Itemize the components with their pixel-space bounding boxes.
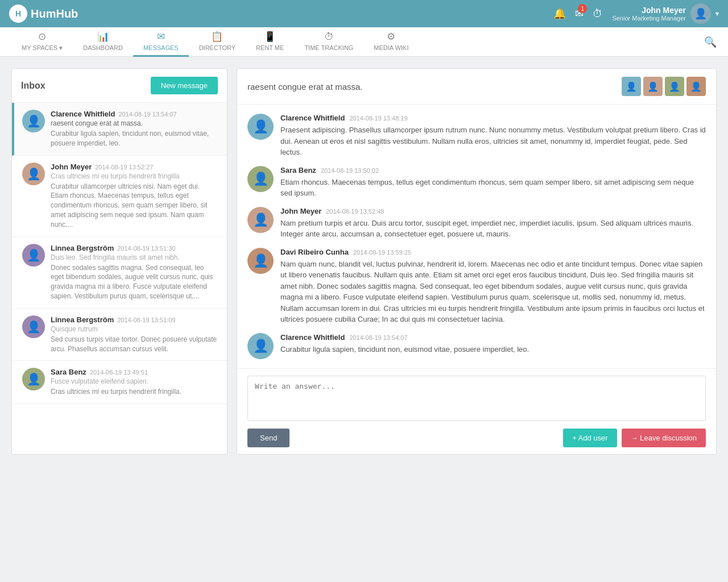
- content-area: Inbox New message 👤 Clarence Whitfield 2…: [0, 57, 728, 466]
- participant-avatar-4[interactable]: 👤: [686, 77, 706, 96]
- action-buttons: + Add user → Leave discussion: [563, 429, 706, 447]
- inbox-sender-3: Linnea Bergström: [51, 244, 114, 252]
- inbox-item-1[interactable]: 👤 Clarence Whitfield 2014-08-19 13:54:07…: [12, 103, 227, 156]
- topbar-right: 🔔 ✉ 1 ⏱ John Meyer Senior Marketing Mana…: [553, 3, 719, 24]
- inbox-text-2: Curabitur ullamcorper ultricies nisi. Na…: [51, 182, 219, 230]
- msg-text-2: Etiam rhoncus. Maecenas tempus, tellus e…: [280, 177, 706, 199]
- nav-item-media-wiki[interactable]: ⚙ MEDIA WIKI: [363, 27, 419, 57]
- search-icon[interactable]: 🔍: [704, 36, 717, 48]
- inbox-sender-5: Sara Benz: [51, 368, 86, 376]
- msg-time-1: 2014-08-19 13:48:19: [349, 115, 407, 122]
- msg-avatar-2: 👤: [247, 166, 274, 192]
- mail-badge: 1: [578, 4, 587, 13]
- inbox-header: Inbox New message: [12, 69, 227, 103]
- clock-icon[interactable]: ⏱: [593, 8, 603, 20]
- inbox-item-5[interactable]: 👤 Sara Benz 2014-08-19 13:49:51 Fusce vu…: [12, 361, 227, 404]
- nav-label-time-tracking: TIME TRACKING: [304, 44, 353, 51]
- inbox-item-header-3: Linnea Bergström 2014-08-19 13:51:30: [51, 244, 219, 252]
- conversation-footer: Send + Add user → Leave discussion: [237, 368, 716, 454]
- reply-textarea[interactable]: [247, 376, 706, 421]
- chevron-icon: ▾: [715, 10, 719, 18]
- message-item-4: 👤 Davi Ribeiro Cunha 2014-08-19 13:59:25…: [247, 248, 706, 325]
- msg-text-5: Curabitur ligula sapien, tincidunt non, …: [280, 344, 706, 355]
- bell-icon[interactable]: 🔔: [553, 7, 566, 20]
- inbox-avatar-2: 👤: [22, 163, 45, 185]
- msg-sender-2: Sara Benz: [280, 166, 316, 174]
- inbox-preview-3: Duis leo. Sed fringilla mauris sit amet …: [51, 253, 219, 261]
- inbox-time-5: 2014-08-19 13:49:51: [90, 369, 148, 376]
- msg-body-5: Clarence Whitfield 2014-08-19 13:54:07 C…: [280, 333, 706, 359]
- main-nav: ⊙ MY SPACES ▾ 📊 DASHBOARD ✉ MESSAGES 📋 D…: [0, 27, 728, 57]
- time-tracking-icon: ⏱: [324, 31, 334, 43]
- participant-avatar-1[interactable]: 👤: [622, 77, 641, 96]
- msg-header-3: John Meyer 2014-08-19 13:52:48: [280, 207, 706, 215]
- inbox-item-3[interactable]: 👤 Linnea Bergström 2014-08-19 13:51:30 D…: [12, 237, 227, 309]
- message-item-2: 👤 Sara Benz 2014-08-19 13:50:02 Etiam rh…: [247, 166, 706, 199]
- msg-sender-4: Davi Ribeiro Cunha: [280, 248, 349, 256]
- logo[interactable]: H HumHub: [9, 5, 78, 23]
- inbox-text-5: Cras ultricies mi eu turpis hendrerit fr…: [51, 387, 219, 397]
- inbox-item-header-1: Clarence Whitfield 2014-08-19 13:54:07: [51, 110, 219, 118]
- msg-header-4: Davi Ribeiro Cunha 2014-08-19 13:59:25: [280, 248, 706, 256]
- inbox-item-body-2: John Meyer 2014-08-19 13:52:27 Cras ultr…: [51, 163, 219, 230]
- inbox-item-2[interactable]: 👤 John Meyer 2014-08-19 13:52:27 Cras ul…: [12, 156, 227, 237]
- msg-body-1: Clarence Whitfield 2014-08-19 13:48:19 P…: [280, 114, 706, 158]
- inbox-item-header-5: Sara Benz 2014-08-19 13:49:51: [51, 368, 219, 376]
- msg-avatar-4: 👤: [247, 248, 274, 274]
- directory-icon: 📋: [211, 31, 223, 43]
- msg-body-2: Sara Benz 2014-08-19 13:50:02 Etiam rhon…: [280, 166, 706, 199]
- user-menu[interactable]: John Meyer Senior Marketing Manager 👤 ▾: [612, 3, 719, 24]
- msg-avatar-5: 👤: [247, 333, 274, 359]
- msg-sender-5: Clarence Whitfield: [280, 333, 345, 342]
- msg-text-3: Nam pretium turpis et arcu. Duis arcu to…: [280, 218, 706, 240]
- leave-discussion-button[interactable]: → Leave discussion: [622, 429, 706, 447]
- nav-label-directory: DIRECTORY: [199, 44, 235, 51]
- inbox-avatar-5: 👤: [22, 368, 45, 390]
- nav-item-time-tracking[interactable]: ⏱ TIME TRACKING: [294, 27, 363, 57]
- inbox-time-1: 2014-08-19 13:54:07: [118, 111, 176, 118]
- new-message-button[interactable]: New message: [151, 77, 218, 94]
- inbox-item-4[interactable]: 👤 Linnea Bergström 2014-08-19 13:51:09 Q…: [12, 309, 227, 361]
- inbox-avatar-1: 👤: [22, 110, 45, 132]
- nav-item-directory[interactable]: 📋 DIRECTORY: [189, 27, 246, 57]
- inbox-text-4: Sed cursus turpis vitae tortor. Donec po…: [51, 335, 219, 354]
- add-user-button[interactable]: + Add user: [563, 429, 617, 447]
- inbox-item-body-3: Linnea Bergström 2014-08-19 13:51:30 Dui…: [51, 244, 219, 301]
- inbox-text-3: Donec sodales sagittis magna. Sed conseq…: [51, 263, 219, 301]
- inbox-item-body-1: Clarence Whitfield 2014-08-19 13:54:07 r…: [51, 110, 219, 148]
- msg-avatar-1: 👤: [247, 114, 274, 140]
- inbox-item-body-4: Linnea Bergström 2014-08-19 13:51:09 Qui…: [51, 315, 219, 354]
- message-item-5: 👤 Clarence Whitfield 2014-08-19 13:54:07…: [247, 333, 706, 359]
- nav-item-my-spaces[interactable]: ⊙ MY SPACES ▾: [11, 27, 73, 57]
- user-info: John Meyer Senior Marketing Manager: [612, 6, 686, 22]
- mail-icon[interactable]: ✉ 1: [575, 7, 584, 20]
- inbox-sender-4: Linnea Bergström: [51, 315, 114, 324]
- nav-items: ⊙ MY SPACES ▾ 📊 DASHBOARD ✉ MESSAGES 📋 D…: [11, 27, 704, 57]
- msg-text-4: Nam quam nunc, blandit vel, luctus pulvi…: [280, 259, 706, 325]
- inbox-time-3: 2014-08-19 13:51:30: [117, 245, 175, 252]
- nav-item-rent-me[interactable]: 📱 RENT ME: [246, 27, 294, 57]
- msg-avatar-3: 👤: [247, 207, 274, 233]
- conversation-panel: raesent congue erat at massa. 👤 👤 👤 👤 👤 …: [237, 68, 717, 455]
- messages-icon: ✉: [157, 31, 165, 43]
- conversation-messages: 👤 Clarence Whitfield 2014-08-19 13:48:19…: [237, 105, 716, 368]
- conversation-header: raesent congue erat at massa. 👤 👤 👤 👤: [237, 69, 716, 105]
- media-wiki-icon: ⚙: [387, 31, 395, 43]
- conversation-actions: Send + Add user → Leave discussion: [247, 429, 706, 447]
- nav-label-media-wiki: MEDIA WIKI: [374, 44, 408, 51]
- inbox-item-body-5: Sara Benz 2014-08-19 13:49:51 Fusce vulp…: [51, 368, 219, 397]
- nav-item-dashboard[interactable]: 📊 DASHBOARD: [73, 27, 133, 57]
- msg-time-4: 2014-08-19 13:59:25: [353, 249, 411, 256]
- inbox-preview-1: raesent congue erat at massa.: [51, 119, 219, 127]
- send-button[interactable]: Send: [247, 429, 289, 447]
- inbox-preview-5: Fusce vulputate eleifend sapien.: [51, 377, 219, 385]
- participant-avatar-3[interactable]: 👤: [665, 77, 684, 96]
- logo-icon: H: [9, 5, 27, 23]
- conversation-title: raesent congue erat at massa.: [247, 82, 363, 92]
- dashboard-icon: 📊: [97, 31, 109, 43]
- participant-avatar-2[interactable]: 👤: [643, 77, 663, 96]
- msg-header-2: Sara Benz 2014-08-19 13:50:02: [280, 166, 706, 174]
- user-avatar: 👤: [690, 3, 711, 24]
- user-title: Senior Marketing Manager: [612, 15, 686, 22]
- nav-item-messages[interactable]: ✉ MESSAGES: [133, 27, 189, 57]
